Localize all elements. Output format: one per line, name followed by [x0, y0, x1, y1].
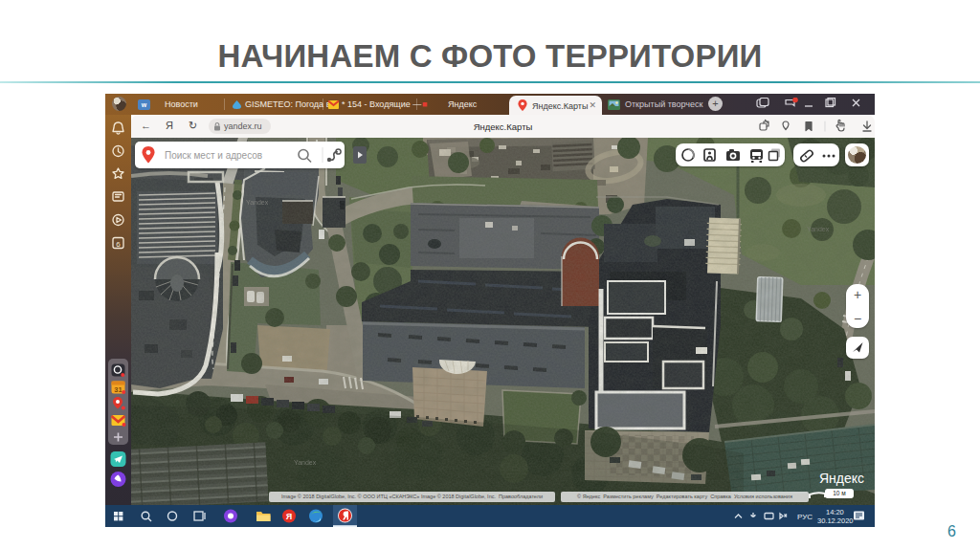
svg-text:Yandex: Yandex [294, 459, 317, 466]
svg-text:31: 31 [114, 385, 122, 394]
svg-text:Yandex: Yandex [246, 199, 269, 206]
svg-text:30.12.2020: 30.12.2020 [817, 516, 854, 525]
svg-text:14:20: 14:20 [826, 508, 844, 516]
svg-text:Yandex: Yandex [807, 226, 830, 232]
svg-text:РУС: РУС [797, 513, 813, 521]
svg-text:Я: Я [286, 512, 292, 521]
svg-text:6: 6 [116, 240, 121, 249]
